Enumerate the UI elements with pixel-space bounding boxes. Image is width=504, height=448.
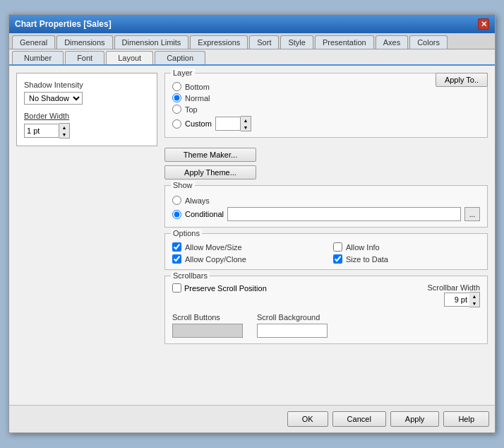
layer-custom-label: Custom	[185, 119, 212, 128]
tab-dimension-limits[interactable]: Dimension Limits	[114, 35, 189, 49]
tab-caption[interactable]: Caption	[155, 51, 205, 64]
theme-maker-button[interactable]: Theme Maker...	[164, 148, 256, 162]
layer-normal-radio[interactable]	[172, 93, 181, 102]
scrollbar-width-spin: 9 pt ▲ ▼	[444, 292, 480, 307]
show-radio-group: Always Conditional ...	[172, 196, 480, 221]
border-width-field[interactable]: 1 pt	[24, 124, 59, 138]
options-grid: Allow Move/Size Allow Info Allow Copy/Cl…	[172, 242, 480, 264]
allow-info-label: Allow Info	[346, 243, 380, 252]
allow-move-size-label: Allow Move/Size	[185, 243, 242, 252]
tabs-row-2: Number Font Layout Caption	[9, 49, 495, 66]
scrollbar-top-area: Preserve Scroll Position Scrollbar Width…	[172, 283, 480, 307]
preserve-scroll-row: Preserve Scroll Position	[172, 283, 267, 293]
close-button[interactable]: ✕	[478, 18, 489, 30]
tab-layout[interactable]: Layout	[106, 51, 153, 64]
scrollbar-controls: Scroll Buttons Scroll Background	[172, 313, 480, 338]
layer-custom-radio[interactable]	[172, 119, 181, 129]
bottom-bar: OK Cancel Apply Help	[9, 405, 495, 432]
tab-sort[interactable]: Sort	[249, 35, 279, 49]
layer-top-radio[interactable]	[172, 105, 181, 114]
layer-normal-row: Normal	[172, 93, 480, 102]
options-section-title: Options	[171, 229, 202, 237]
border-width-up[interactable]: ▲	[59, 124, 69, 131]
allow-info-checkbox[interactable]	[333, 242, 342, 252]
tab-axes[interactable]: Axes	[376, 35, 408, 49]
apply-theme-button[interactable]: Apply Theme...	[164, 165, 256, 179]
preserve-scroll-checkbox[interactable]	[172, 283, 181, 293]
scrollbars-section: Scrollbars Preserve Scroll Position Scro…	[164, 276, 488, 344]
cancel-button[interactable]: Cancel	[332, 411, 386, 427]
right-panel: Layer Bottom Normal Top	[164, 73, 488, 398]
layer-top-row: Top	[172, 105, 480, 114]
preserve-scroll-label: Preserve Scroll Position	[184, 284, 267, 293]
scroll-buttons-color[interactable]	[172, 324, 243, 338]
layer-bottom-label: Bottom	[185, 83, 210, 91]
size-to-data-row: Size to Data	[333, 254, 480, 264]
scrollbar-width-up[interactable]: ▲	[469, 293, 479, 300]
custom-up[interactable]: ▲	[241, 117, 251, 124]
show-conditional-radio[interactable]	[172, 210, 181, 219]
border-width-down[interactable]: ▼	[59, 131, 69, 138]
scrollbars-section-title: Scrollbars	[171, 271, 210, 280]
show-always-row: Always	[172, 196, 480, 205]
tab-colors[interactable]: Colors	[409, 35, 448, 49]
shadow-select-row: No Shadow	[24, 92, 150, 105]
shadow-intensity-select[interactable]: No Shadow	[24, 92, 83, 105]
conditional-input[interactable]	[227, 207, 461, 221]
tab-number[interactable]: Number	[12, 51, 64, 64]
scroll-buttons-area: Scroll Buttons	[172, 313, 243, 338]
title-bar: Chart Properties [Sales] ✕	[9, 15, 495, 33]
scrollbar-width-area: Scrollbar Width 9 pt ▲ ▼	[427, 283, 480, 307]
allow-copy-clone-checkbox[interactable]	[172, 254, 181, 264]
scrollbar-width-field[interactable]: 9 pt	[444, 293, 469, 307]
border-width-input: 1 pt ▲ ▼	[24, 123, 150, 138]
layer-radio-group: Bottom Normal Top Custom	[172, 82, 480, 131]
tab-dimensions[interactable]: Dimensions	[56, 35, 112, 49]
show-conditional-row: Conditional ...	[172, 207, 480, 221]
tab-presentation[interactable]: Presentation	[315, 35, 374, 49]
layer-top-label: Top	[185, 105, 198, 114]
allow-move-size-row: Allow Move/Size	[172, 242, 319, 252]
tab-font[interactable]: Font	[65, 51, 104, 64]
layer-custom-spin: ▲ ▼	[215, 116, 251, 131]
show-section: Show Always Conditional ...	[164, 185, 488, 228]
theme-buttons-area: Theme Maker... Apply Theme...	[164, 148, 488, 179]
scrollbar-width-label: Scrollbar Width	[427, 283, 480, 292]
tabs-row-1: General Dimensions Dimension Limits Expr…	[9, 33, 495, 49]
show-always-radio[interactable]	[172, 196, 181, 205]
help-button[interactable]: Help	[443, 411, 489, 427]
options-section: Options Allow Move/Size Allow Info Allow…	[164, 233, 488, 270]
show-always-label: Always	[185, 196, 210, 205]
border-width-spinner: ▲ ▼	[59, 123, 70, 138]
shadow-border-panel: Shadow Intensity No Shadow Border Width …	[16, 73, 157, 146]
tab-style[interactable]: Style	[280, 35, 313, 49]
ok-button[interactable]: OK	[287, 411, 328, 427]
border-width-label: Border Width	[24, 112, 150, 120]
layer-bottom-row: Bottom	[172, 82, 480, 91]
allow-move-size-checkbox[interactable]	[172, 242, 181, 252]
allow-copy-clone-label: Allow Copy/Clone	[185, 255, 246, 264]
tab-expressions[interactable]: Expressions	[190, 35, 248, 49]
scrollbar-width-spinner: ▲ ▼	[469, 292, 480, 307]
apply-button[interactable]: Apply	[390, 411, 440, 427]
scroll-background-area: Scroll Background	[257, 313, 328, 338]
scroll-background-color[interactable]	[257, 324, 328, 338]
shadow-intensity-label: Shadow Intensity	[24, 81, 150, 89]
allow-copy-row: Allow Copy/Clone	[172, 254, 319, 264]
conditional-browse-button[interactable]: ...	[464, 207, 480, 221]
left-panel: Shadow Intensity No Shadow Border Width …	[16, 73, 157, 398]
layer-apply-area: Layer Bottom Normal Top	[164, 73, 488, 138]
layer-section-title: Layer	[171, 69, 195, 77]
tab-general[interactable]: General	[12, 35, 55, 49]
scroll-buttons-label: Scroll Buttons	[172, 313, 243, 322]
layer-bottom-radio[interactable]	[172, 82, 181, 91]
layer-custom-field[interactable]	[215, 117, 241, 131]
layer-normal-label: Normal	[185, 94, 210, 102]
custom-down[interactable]: ▼	[241, 124, 251, 131]
apply-to-button[interactable]: Apply To..	[436, 73, 488, 87]
size-to-data-checkbox[interactable]	[333, 254, 342, 264]
scrollbar-width-down[interactable]: ▼	[469, 300, 479, 307]
allow-info-row: Allow Info	[333, 242, 480, 252]
layer-custom-spinner: ▲ ▼	[241, 116, 251, 131]
show-section-title: Show	[171, 181, 195, 189]
